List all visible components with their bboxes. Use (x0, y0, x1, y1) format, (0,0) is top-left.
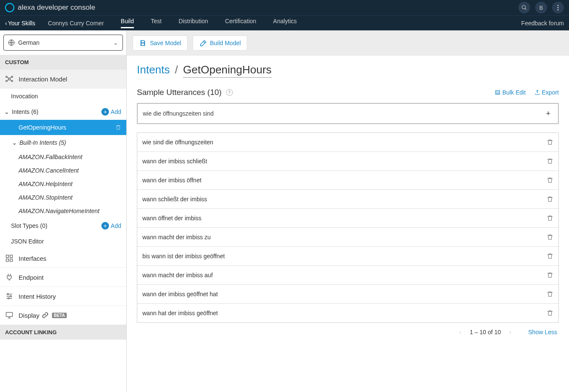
utterance-text: wann der imbiss schließt (142, 158, 207, 165)
nav-interaction-model[interactable]: Interaction Model (0, 70, 126, 89)
nav-intent-history[interactable]: Intent History (0, 287, 126, 306)
save-model-button[interactable]: Save Model (133, 35, 188, 51)
show-less-link[interactable]: Show Less (528, 329, 557, 335)
tab-test[interactable]: Test (151, 18, 162, 28)
svg-point-7 (6, 76, 7, 77)
search-icon[interactable] (518, 2, 530, 14)
alexa-logo-icon (5, 3, 14, 12)
console-title: alexa developer console (18, 3, 518, 12)
nav-label: Endpoint (19, 274, 44, 281)
builtin-intent[interactable]: AMAZON.FallbackIntent (0, 150, 126, 164)
language-select[interactable]: German ⌄ (3, 35, 123, 51)
beta-badge: BETA (52, 313, 66, 318)
more-menu-icon[interactable] (552, 2, 564, 14)
nav-intents[interactable]: ⌄ Intents (6) + Add (0, 104, 126, 120)
builtin-intent[interactable]: AMAZON.HelpIntent (0, 177, 126, 191)
main-panel: Save Model Build Model Intents / GetOpen… (127, 30, 569, 392)
trash-icon[interactable] (547, 139, 553, 146)
trash-icon[interactable] (547, 158, 553, 165)
trash-icon[interactable] (547, 272, 553, 278)
svg-rect-17 (6, 259, 9, 262)
page-info: 1 – 10 of 10 (470, 329, 501, 335)
trash-icon[interactable] (547, 253, 553, 260)
utterance-input[interactable] (143, 110, 543, 117)
utterance-text: wann der imbiss öffnet (142, 177, 201, 184)
nav-label: Interaction Model (19, 76, 67, 83)
utterance-text: wann öffnet der imbiss (142, 215, 201, 222)
nav-interfaces[interactable]: Interfaces (0, 249, 126, 268)
builtin-intent[interactable]: AMAZON.CancelIntent (0, 164, 126, 177)
svg-line-1 (525, 8, 527, 10)
sub-nav: ‹ Your Skills Connys Curry Corner Build … (0, 15, 569, 30)
intent-selected[interactable]: GetOpeningHours (0, 120, 126, 135)
nav-invocation[interactable]: Invocation (0, 89, 126, 104)
language-label: German (18, 39, 40, 46)
trash-icon[interactable] (547, 196, 553, 203)
trash-icon[interactable] (547, 291, 553, 297)
avatar[interactable]: B (535, 2, 547, 14)
export-button[interactable]: Export (534, 89, 559, 96)
utterance-text: bis wann ist der imbiss geöffnet (142, 253, 225, 260)
help-icon[interactable]: ? (226, 89, 233, 96)
utterance-row: wann der imbiss öffnet (137, 171, 558, 190)
svg-line-12 (10, 77, 11, 78)
back-to-skills[interactable]: ‹ Your Skills (5, 20, 35, 27)
svg-rect-18 (10, 259, 13, 262)
svg-point-10 (11, 80, 13, 81)
utterance-row: wann macht der imbiss zu (137, 228, 558, 247)
add-label: Add (111, 222, 121, 229)
svg-rect-25 (6, 312, 13, 316)
svg-line-13 (7, 80, 8, 81)
breadcrumb-intents[interactable]: Intents (137, 63, 170, 76)
nav-endpoint[interactable]: Endpoint (0, 268, 126, 287)
trash-icon[interactable] (547, 310, 553, 316)
page-next[interactable]: › (508, 329, 513, 335)
top-bar: alexa developer console B (0, 0, 569, 15)
add-intent-button[interactable]: + Add (101, 108, 121, 116)
utterance-row: bis wann ist der imbiss geöffnet (137, 247, 558, 266)
trash-icon[interactable] (547, 234, 553, 241)
svg-point-23 (10, 295, 11, 297)
add-slot-type-button[interactable]: + Add (101, 222, 121, 230)
bulk-edit-button[interactable]: Bulk Edit (495, 89, 525, 96)
trash-icon[interactable] (547, 177, 553, 184)
intent-label: GetOpeningHours (19, 124, 66, 131)
nav-label: JSON Editor (11, 238, 44, 245)
display-icon (5, 311, 14, 319)
builtin-intent[interactable]: AMAZON.StopIntent (0, 191, 126, 204)
svg-rect-15 (6, 255, 9, 258)
utterance-row: wann schließt der imbiss (137, 190, 558, 209)
breadcrumb-sep: / (175, 63, 178, 76)
nav-json-editor[interactable]: JSON Editor (0, 234, 126, 249)
tab-analytics[interactable]: Analytics (273, 18, 297, 28)
page-prev[interactable]: ‹ (457, 329, 463, 335)
skill-name[interactable]: Connys Curry Corner (48, 20, 104, 27)
trash-icon[interactable] (547, 215, 553, 222)
add-utterance-button[interactable]: + (543, 109, 553, 118)
grid-icon (5, 254, 14, 262)
utterance-row: wann der imbiss schließt (137, 152, 558, 171)
builtin-intent[interactable]: AMAZON.NavigateHomeIntent (0, 204, 126, 218)
tab-distribution[interactable]: Distribution (179, 18, 208, 28)
utterance-text: wann der imbiss geöffnet hat (142, 291, 218, 297)
utterance-text: wann macht der imbiss auf (142, 272, 213, 278)
nav-label: Slot Types (0) (11, 222, 47, 229)
tab-certification[interactable]: Certification (225, 18, 256, 28)
sliders-icon (5, 292, 14, 300)
utterance-text: wann macht der imbiss zu (142, 234, 211, 241)
builtin-intents-toggle[interactable]: ⌄ Built-In Intents (5) (0, 135, 126, 150)
nav-slot-types[interactable]: Slot Types (0) + Add (0, 218, 126, 234)
gear-network-icon (5, 75, 14, 83)
feedback-link[interactable]: Feedback forum (521, 20, 564, 27)
trash-icon[interactable] (115, 124, 121, 130)
nav-display[interactable]: Display BETA (0, 306, 126, 325)
sidebar: German ⌄ CUSTOM Interaction Model Invoca… (0, 30, 127, 392)
button-label: Build Model (210, 40, 241, 46)
button-label: Save Model (150, 40, 181, 46)
build-model-button[interactable]: Build Model (193, 35, 247, 51)
svg-point-0 (522, 5, 525, 9)
nav-label: Display (19, 312, 39, 319)
plug-icon (5, 273, 14, 281)
svg-point-24 (8, 297, 9, 299)
tab-build[interactable]: Build (121, 18, 134, 28)
